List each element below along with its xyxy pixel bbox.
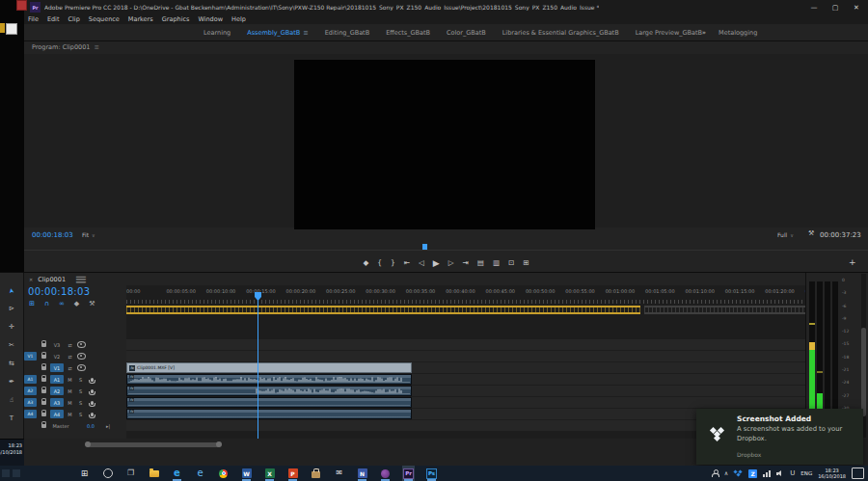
mark-out-button[interactable]: } <box>391 259 395 267</box>
type-tool[interactable]: T <box>4 413 20 425</box>
voiceover-record-icon[interactable] <box>91 401 94 405</box>
export-frame-button[interactable]: ⊡ <box>508 259 514 267</box>
step-forward-button[interactable]: ▷ <box>448 259 454 267</box>
menu-item[interactable]: Edit <box>47 15 60 23</box>
lock-icon[interactable] <box>41 378 46 382</box>
track-label[interactable]: V3 <box>50 340 64 349</box>
track-label-targeted[interactable]: A3 <box>50 398 64 407</box>
menu-item[interactable]: Graphics <box>162 15 190 23</box>
timeline-tab[interactable]: Clip0001 <box>38 276 66 283</box>
speaker-icon[interactable] <box>776 470 784 477</box>
close-panel-icon[interactable]: ✕ <box>29 277 33 282</box>
workspace-tab[interactable]: Metalogging≡ <box>719 29 757 37</box>
master-level-value[interactable]: 0.0 <box>87 423 95 429</box>
program-playhead[interactable] <box>422 244 427 250</box>
zoom-level-select[interactable]: Fit∨ <box>82 231 95 238</box>
video-clip[interactable]: fx Clip0001.MXF [V] <box>126 362 412 373</box>
photoshop-taskbar-button[interactable]: Ps <box>425 466 438 481</box>
program-current-timecode[interactable]: 00:00:18:03 <box>32 231 73 239</box>
lock-icon[interactable] <box>41 366 46 370</box>
timeline-playhead-line[interactable] <box>258 292 258 439</box>
mail-button[interactable]: ✉ <box>333 466 345 481</box>
hand-tool[interactable]: ☝ <box>4 394 20 407</box>
track-lane-v3[interactable] <box>126 339 805 350</box>
sync-lock-icon[interactable]: ⇄ <box>66 342 74 348</box>
time-ruler[interactable]: 00:0000:00:05:0000:00:10:0000:00:15:0000… <box>126 288 805 294</box>
internet-explorer-button[interactable]: e <box>194 466 206 481</box>
audio-clip-a1[interactable]: fx <box>126 374 412 385</box>
linked-selection-button[interactable]: ∞ <box>59 301 65 307</box>
lock-icon[interactable] <box>41 424 46 428</box>
snap-button[interactable]: ∩ <box>44 301 49 307</box>
mark-in-button[interactable]: { <box>377 259 382 267</box>
workspace-tab[interactable]: Editing_GBatB≡ <box>325 29 369 37</box>
purple-app-button[interactable] <box>379 466 392 481</box>
horizontal-scrollbar-thumb[interactable] <box>87 442 220 447</box>
play-button[interactable]: ▶ <box>433 259 440 268</box>
word-button[interactable]: W <box>240 466 253 481</box>
vertical-scrollbar-thumb[interactable] <box>861 328 866 416</box>
mute-button[interactable]: M <box>66 388 74 394</box>
work-area-bar[interactable] <box>126 306 640 314</box>
insert-overwrite-settings-button[interactable]: ⊞ <box>29 301 35 307</box>
lock-icon[interactable] <box>41 343 46 347</box>
menu-item[interactable]: Help <box>231 15 246 23</box>
edge-button[interactable]: e <box>171 466 183 481</box>
program-settings-icon[interactable]: ⚒ <box>808 229 814 237</box>
excel-button[interactable]: X <box>263 466 276 481</box>
workspace-tab[interactable]: Learning≡ <box>203 29 231 37</box>
workspace-tab[interactable]: Assembly_GBatB≡ <box>247 29 309 37</box>
track-label[interactable]: V2 <box>50 352 64 361</box>
capture-app-icon[interactable] <box>16 0 27 11</box>
sync-lock-icon[interactable]: ⇄ <box>66 365 74 371</box>
solo-button[interactable]: S <box>76 377 85 383</box>
workspace-tab[interactable]: Effects_GBatB≡ <box>386 29 430 37</box>
go-to-out-button[interactable]: ⇥ <box>463 259 469 267</box>
program-scrub-track[interactable] <box>24 250 868 251</box>
slip-tool[interactable]: ⇆ <box>4 358 20 370</box>
source-patch-a2[interactable]: A2 <box>24 387 37 395</box>
solo-button[interactable]: S <box>76 412 85 417</box>
premiere-taskbar-button[interactable]: Pr <box>402 466 415 481</box>
chrome-button[interactable] <box>217 466 230 481</box>
action-center-icon[interactable] <box>852 468 864 479</box>
track-label-targeted[interactable]: V1 <box>50 363 64 372</box>
track-output-icon[interactable] <box>77 364 86 371</box>
sync-lock-icon[interactable]: ⇄ <box>66 354 74 360</box>
solo-button[interactable]: S <box>76 388 85 394</box>
workspace-tab[interactable]: Large Preview_GBatB≡ <box>636 29 702 37</box>
taskbar-clock[interactable]: 18:2316/10/2018 <box>818 468 846 479</box>
source-patch-empty[interactable] <box>24 363 37 372</box>
track-select-forward-tool[interactable]: ⊳ <box>4 303 20 315</box>
language-indicator[interactable]: ENG <box>800 470 812 476</box>
u-app-tray-icon[interactable]: U <box>790 470 795 477</box>
lock-icon[interactable] <box>41 413 46 416</box>
timeline-settings-button[interactable]: ⚒ <box>89 301 95 307</box>
mute-button[interactable]: M <box>66 400 74 406</box>
workspace-tab[interactable]: Color_GBatB≡ <box>447 29 486 37</box>
dropbox-notification[interactable]: Screenshot Added A screenshot was added … <box>696 409 863 465</box>
cortana-button[interactable] <box>101 466 114 481</box>
master-track-label[interactable]: Master <box>50 421 71 430</box>
lock-icon[interactable] <box>41 389 46 393</box>
menu-item[interactable]: Clip <box>68 15 79 23</box>
workspace-overflow-icon[interactable]: » <box>702 29 706 37</box>
minimize-button[interactable]: — <box>806 2 822 13</box>
track-label-targeted[interactable]: A2 <box>50 387 64 395</box>
program-panel-header[interactable]: Program: Clip0001≡ <box>32 43 99 51</box>
add-button[interactable]: + <box>849 257 856 267</box>
razor-tool[interactable]: ✂ <box>4 339 20 352</box>
source-patch-a3[interactable]: A3 <box>24 398 37 407</box>
track-label-targeted[interactable]: A1 <box>50 375 64 384</box>
playback-resolution-select[interactable]: Full∨ <box>777 231 794 238</box>
track-output-icon[interactable] <box>77 341 86 348</box>
voiceover-record-icon[interactable] <box>91 378 94 382</box>
extract-button[interactable]: ▥ <box>493 259 500 267</box>
menu-item[interactable]: Sequence <box>89 15 120 23</box>
powerpoint-button[interactable]: P <box>286 466 299 481</box>
source-patch-v1[interactable]: V1 <box>24 352 37 361</box>
track-label-targeted[interactable]: A4 <box>50 410 64 418</box>
mute-button[interactable]: M <box>66 412 74 417</box>
step-back-button[interactable]: ◁ <box>419 259 424 267</box>
audio-clip-a3[interactable]: fx <box>126 397 412 408</box>
